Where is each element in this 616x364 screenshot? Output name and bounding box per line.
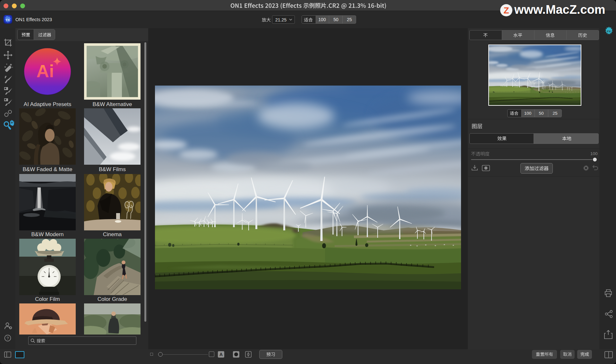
svg-text:?: ? bbox=[7, 336, 9, 341]
svg-text:FX: FX bbox=[6, 18, 10, 21]
svg-text:FX: FX bbox=[607, 30, 611, 33]
svg-text:Ai: Ai bbox=[37, 61, 54, 81]
